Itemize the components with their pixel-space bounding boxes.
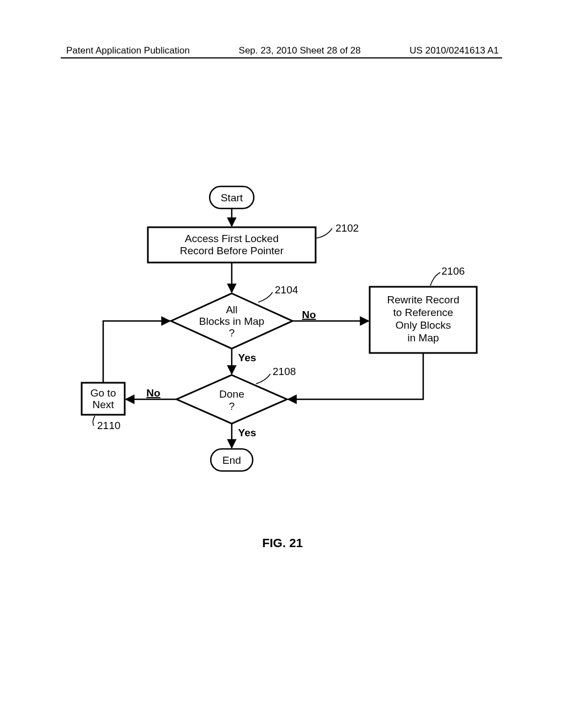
box-2106-l2: to Reference xyxy=(393,307,454,318)
no-label-2104: No xyxy=(302,309,316,320)
arrow-2106-to-2108 xyxy=(288,353,423,399)
decision-2108: Done ? xyxy=(177,375,287,424)
box-2106-l4: in Map xyxy=(407,332,439,344)
end-label: End xyxy=(222,454,241,466)
ref-2104: 2104 xyxy=(275,284,299,296)
decision-2104: All Blocks in Map ? xyxy=(171,293,292,349)
ref-leader-2104 xyxy=(258,292,273,302)
dec-2108-l1: Done xyxy=(219,388,244,400)
flowchart: Start Access First Locked Record Before … xyxy=(0,0,565,607)
arrow-2110-to-2104 xyxy=(103,321,170,383)
yes-label-2104: Yes xyxy=(238,352,257,363)
dec-2104-l1: All xyxy=(226,304,237,315)
box-2106: Rewrite Record to Reference Only Blocks … xyxy=(370,287,477,353)
box-2110-l2: Next xyxy=(92,399,114,410)
dec-2108-l2: ? xyxy=(229,400,235,412)
box-2102: Access First Locked Record Before Pointe… xyxy=(148,227,316,263)
ref-leader-2108 xyxy=(256,374,270,384)
dec-2104-l2: Blocks in Map xyxy=(199,315,264,327)
box-2102-text-l1: Access First Locked xyxy=(185,233,279,244)
ref-leader-2102 xyxy=(316,228,332,238)
start-label: Start xyxy=(221,192,243,204)
box-2110: Go to Next xyxy=(82,383,125,415)
box-2110-l1: Go to xyxy=(90,387,116,399)
ref-2102: 2102 xyxy=(335,222,359,234)
end-terminator: End xyxy=(211,449,253,471)
ref-leader-2110 xyxy=(93,416,95,426)
ref-2110: 2110 xyxy=(97,420,120,431)
start-terminator: Start xyxy=(210,186,254,208)
dec-2104-l3: ? xyxy=(229,327,235,339)
box-2102-text-l2: Record Before Pointer xyxy=(180,245,284,256)
yes-label-2108: Yes xyxy=(238,427,257,438)
ref-2108: 2108 xyxy=(273,366,296,377)
ref-2106: 2106 xyxy=(441,265,465,277)
ref-leader-2106 xyxy=(430,272,440,286)
figure-caption: FIG. 21 xyxy=(0,536,565,550)
box-2106-l1: Rewrite Record xyxy=(387,294,460,306)
no-label-2108: No xyxy=(146,387,160,399)
box-2106-l3: Only Blocks xyxy=(396,319,451,331)
